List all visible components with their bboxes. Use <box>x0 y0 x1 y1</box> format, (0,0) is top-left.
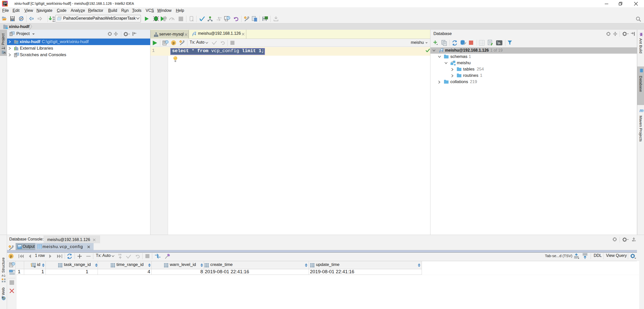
svg-text:QL: QL <box>498 42 501 44</box>
svg-text:DB: DB <box>118 253 122 256</box>
svg-text:01: 01 <box>53 20 55 22</box>
